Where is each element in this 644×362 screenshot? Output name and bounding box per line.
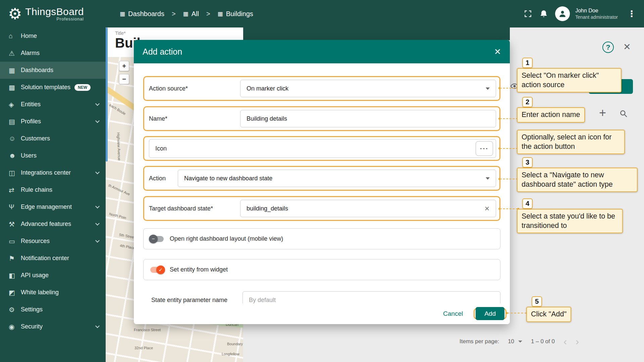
sidebar-item-label: Advanced features	[21, 221, 71, 228]
sidebar-item-edge-management[interactable]: Ψ Edge management	[0, 198, 106, 216]
annotation-step-1-text: Select "On marker click" action source	[522, 71, 599, 89]
dashboard-group-icon	[218, 10, 223, 17]
sidebar-item-advanced-features[interactable]: ⚒ Advanced features	[0, 216, 106, 233]
annotation-step-1: 1 Select "On marker click" action source	[517, 68, 622, 93]
chevron-down-icon	[518, 341, 522, 343]
annotation-step-5: 5 Click "Add"	[526, 307, 571, 322]
search-icon[interactable]	[619, 109, 628, 119]
alarms-icon: ⚠	[9, 49, 21, 57]
help-icon[interactable]	[602, 42, 614, 53]
user-role: Tenant administrator	[575, 14, 618, 20]
sidebar-item-solution-templates[interactable]: ▩ Solution templates NEW	[0, 79, 106, 96]
sidebar-item-profiles[interactable]: ▤ Profiles	[0, 113, 106, 130]
annotation-step-4-text: Select a state you'd like to be transiti…	[522, 212, 615, 230]
sidebar-item-label: Solution templates	[21, 84, 70, 91]
state-param-label: State entity parameter name	[151, 297, 243, 304]
add-icon[interactable]	[599, 106, 606, 120]
white-labeling-icon: ◩	[9, 289, 21, 297]
settings-icon: ⚙	[9, 306, 21, 314]
scrollbar[interactable]	[106, 27, 108, 162]
sidebar-item-users[interactable]: ☻ Users	[0, 147, 106, 164]
sidebar-item-api-usage[interactable]: ◧ API usage	[0, 267, 106, 284]
sidebar-item-rule-chains[interactable]: ⇄ Rule chains	[0, 181, 106, 198]
sidebar-item-alarms[interactable]: ⚠ Alarms	[0, 45, 106, 62]
widget-title-label: Title*	[115, 31, 243, 36]
icon-more-button[interactable]	[476, 141, 493, 156]
zoom-out-button[interactable]: −	[119, 74, 129, 84]
add-action-dialog: Add action Action source* On marker clic…	[134, 40, 510, 324]
cancel-button[interactable]: Cancel	[437, 307, 469, 320]
add-button[interactable]: Add	[476, 307, 504, 320]
connector-action-source	[500, 88, 518, 88]
sidebar-item-settings[interactable]: ⚙ Settings	[0, 301, 106, 318]
toggle-thumb	[156, 265, 165, 274]
name-input[interactable]: Building details	[240, 110, 496, 127]
sidebar-item-home[interactable]: ⌂ Home	[0, 27, 106, 45]
more-menu-icon[interactable]	[625, 9, 638, 19]
panel-close-icon[interactable]	[623, 42, 631, 52]
breadcrumb-all[interactable]: All	[183, 10, 199, 18]
breadcrumb-separator-icon	[172, 10, 176, 18]
target-state-label: Target dashboard state*	[149, 205, 240, 212]
clear-icon[interactable]	[484, 205, 490, 213]
zoom-in-button[interactable]: +	[119, 61, 129, 71]
annotation-step-1-number: 1	[522, 58, 533, 68]
set-entity-row: Set entity from widget	[143, 259, 500, 280]
customers-icon: ☺	[9, 135, 21, 142]
rule-chains-icon: ⇄	[9, 186, 21, 194]
sidebar-item-dashboards[interactable]: ▦ Dashboards	[0, 62, 106, 79]
chevron-down-icon	[95, 324, 100, 328]
action-value: Navigate to new dashboard state	[184, 175, 486, 182]
sidebar-item-label: Notification center	[21, 255, 69, 262]
pagination: Items per page: 10 1 – 0 of 0	[460, 337, 579, 347]
chevron-down-icon	[95, 119, 100, 123]
icon-field[interactable]: Icon	[149, 139, 496, 158]
notification-center-icon: ⚑	[9, 254, 21, 262]
breadcrumb-buildings[interactable]: Buildings	[218, 10, 253, 18]
sidebar-item-security[interactable]: ◉ Security	[0, 318, 106, 335]
breadcrumb: Dashboards All Buildings	[120, 10, 253, 18]
notifications-bell-icon[interactable]	[540, 9, 548, 18]
dashboard-group-icon	[120, 10, 125, 17]
name-label: Name*	[149, 115, 240, 122]
sidebar-item-integrations-center[interactable]: ◫ Integrations center	[0, 164, 106, 181]
sidebar-item-white-labeling[interactable]: ◩ White labeling	[0, 284, 106, 301]
icon-label: Icon	[155, 145, 167, 152]
annotation-step-3-text: Select a "Navigate to new dashboard stat…	[522, 171, 613, 188]
user-avatar[interactable]	[555, 6, 570, 21]
target-state-input[interactable]: building_details	[240, 200, 496, 217]
sidebar-item-customers[interactable]: ☺ Customers	[0, 130, 106, 147]
set-entity-toggle[interactable]	[150, 267, 164, 273]
street-label: Longfellow	[222, 352, 239, 356]
action-select[interactable]: Navigate to new dashboard state	[178, 170, 496, 187]
dialog-body: Action source* On marker click Name* Bui…	[134, 63, 510, 324]
previous-page-icon[interactable]	[564, 337, 567, 347]
toggle-thumb	[149, 235, 158, 243]
annotation-step-3: 3 Select a "Navigate to new dashboard st…	[517, 168, 638, 192]
items-per-page-select[interactable]: 10	[508, 338, 522, 345]
user-meta: John Doe Tenant administrator	[575, 7, 618, 20]
annotation-step-2: 2 Enter action name	[517, 107, 585, 123]
street-label: Francisco Street	[134, 328, 161, 332]
dialog-header: Add action	[134, 40, 510, 63]
next-page-icon[interactable]	[576, 337, 579, 347]
sidebar-item-resources[interactable]: ▭ Resources	[0, 233, 106, 250]
action-source-select[interactable]: On marker click	[240, 80, 496, 97]
sidebar-item-label: Profiles	[21, 118, 41, 125]
fullscreen-icon[interactable]	[524, 9, 532, 18]
sidebar-item-entities[interactable]: ◈ Entities	[0, 96, 106, 113]
top-bar: ThingsBoard Professional Dashboards All …	[0, 0, 644, 27]
annotation-icon-hint-text: Optionally, select an icon for the actio…	[522, 133, 612, 150]
dialog-footer: Cancel Add	[134, 303, 510, 324]
sidebar-item-notification-center[interactable]: ⚑ Notification center	[0, 250, 106, 267]
annotation-step-2-number: 2	[522, 97, 533, 107]
mobile-layout-toggle[interactable]	[150, 236, 164, 242]
advanced-features-icon: ⚒	[9, 220, 21, 228]
dialog-close-icon[interactable]	[494, 47, 501, 57]
connector-target-state	[500, 208, 518, 209]
breadcrumb-dashboards[interactable]: Dashboards	[120, 10, 164, 18]
action-source-value: On marker click	[247, 85, 486, 92]
dashboard-group-icon	[183, 10, 189, 17]
sidebar-item-label: Alarms	[21, 50, 40, 57]
annotation-icon-hint: Optionally, select an icon for the actio…	[517, 130, 625, 154]
